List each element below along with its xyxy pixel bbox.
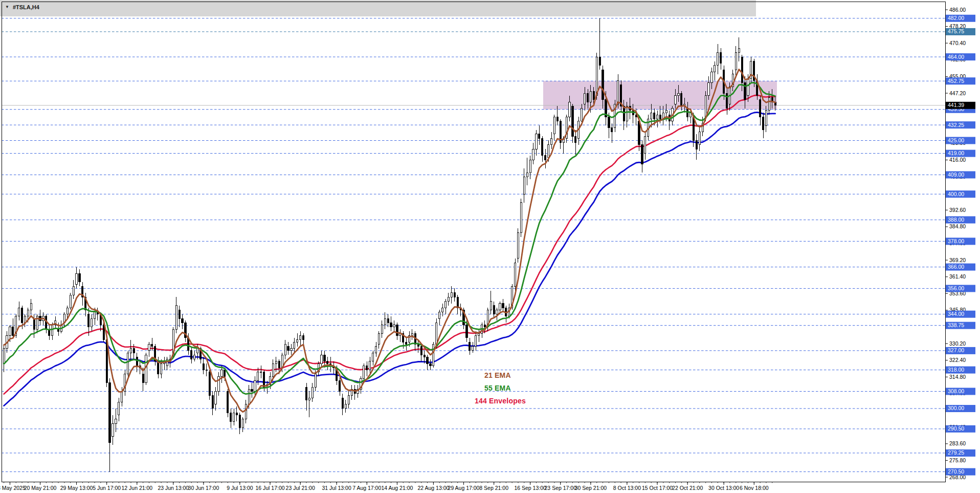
candle-body <box>308 398 310 400</box>
price-tick-label: 322.40 <box>949 357 966 363</box>
candle-body <box>221 370 222 377</box>
candle-body <box>575 136 576 143</box>
time-tick-label: 6 Nov 18:00 <box>740 485 769 491</box>
candle-body <box>236 413 237 415</box>
price-level-label: 308.00 <box>946 388 975 395</box>
price-level-label-text: 356.00 <box>948 285 964 291</box>
candle-body <box>151 344 153 346</box>
candle-body <box>548 145 549 158</box>
candle-body <box>711 72 712 82</box>
current-price-label-text: 441.39 <box>948 102 964 108</box>
candle-body <box>242 419 243 428</box>
time-tick-label: 29 May 13:00 <box>60 485 93 491</box>
candle-body <box>311 387 313 398</box>
legend-envelopes-label: 144 Envelopes <box>475 397 526 405</box>
chart-canvas[interactable]: 486.00478.20470.40462.60455.00447.20439.… <box>0 0 980 493</box>
candle-body <box>424 355 425 357</box>
candle-body <box>472 347 474 351</box>
price-level-label-text: 419.00 <box>948 150 964 156</box>
candle-body <box>493 306 495 314</box>
time-tick-label: 12 Jun 21:00 <box>121 485 152 491</box>
candle-body <box>768 98 770 111</box>
candle-body <box>327 361 328 363</box>
candle-body <box>339 381 340 392</box>
candle-body <box>454 293 455 297</box>
time-tick-label: 23 Jun 13:00 <box>158 485 189 491</box>
candle-body <box>708 82 709 95</box>
candle-body <box>278 361 280 368</box>
legend-ema55-label: 55 EMA <box>484 384 511 392</box>
candle-body <box>720 53 722 63</box>
candle-body <box>148 344 150 351</box>
price-level-label-text: 344.00 <box>948 311 964 317</box>
time-tick-label: 9 Jul 13:00 <box>227 485 253 491</box>
price-tick-label: 416.00 <box>949 157 966 163</box>
price-level-label-text: 464.00 <box>948 54 964 60</box>
price-level-label-text: 475.75 <box>948 28 964 34</box>
candle-body <box>175 306 177 329</box>
candle-body <box>623 106 625 121</box>
candle-body <box>209 372 210 396</box>
candle-body <box>608 117 610 127</box>
candle-body <box>294 342 295 349</box>
candle-body <box>390 323 392 327</box>
time-tick-label: 8 Sep 21:00 <box>479 485 508 491</box>
one-click-trading-toggle-icon[interactable]: ▼ <box>5 5 9 9</box>
price-level-lines <box>2 18 945 472</box>
candle-body <box>9 327 11 336</box>
candle-body <box>127 353 128 374</box>
candle-body <box>651 113 652 119</box>
price-level-label-text: 308.00 <box>948 388 964 394</box>
price-level-label: 475.75 <box>946 28 975 35</box>
price-level-label: 270.50 <box>946 468 975 476</box>
price-level-label: 419.00 <box>946 150 975 157</box>
candle-body <box>502 304 504 308</box>
price-axis[interactable]: 486.00478.20470.40462.60455.00447.20439.… <box>945 7 975 480</box>
time-tick-label: 8 Oct 13:00 <box>613 485 641 491</box>
candle-body <box>302 336 304 340</box>
candle-body <box>542 138 543 156</box>
candle-body <box>526 173 528 177</box>
price-level-label-text: 366.00 <box>948 264 964 270</box>
price-tick-label: 384.80 <box>949 223 966 229</box>
candle-body <box>587 93 588 102</box>
time-tick-label: 23 Jul 21:00 <box>286 485 315 491</box>
candle-body <box>765 111 767 125</box>
gray-highlight-bar[interactable] <box>0 0 756 16</box>
candle-body <box>484 325 485 327</box>
candle-body <box>206 370 207 371</box>
candle-body <box>121 391 123 402</box>
candle-body <box>617 80 619 104</box>
candle-body <box>490 302 492 310</box>
candle-body <box>91 318 93 327</box>
candle-body <box>590 91 591 102</box>
candle-body <box>21 308 23 323</box>
plot-border <box>2 2 945 482</box>
price-tick-label: 275.80 <box>949 457 966 463</box>
candle-body <box>523 177 525 195</box>
candle-body <box>284 344 286 355</box>
candle-body <box>699 132 700 145</box>
candle-body <box>553 117 555 134</box>
time-tick-label: 29 Aug 17:00 <box>448 485 480 491</box>
candle-body <box>602 70 604 100</box>
candle-body <box>572 106 573 136</box>
candle-body <box>218 376 219 391</box>
candle-body <box>248 389 250 404</box>
candle-body <box>556 117 558 121</box>
candle-body <box>179 310 180 318</box>
time-tick-label: 30 Oct 13:00 <box>708 485 739 491</box>
price-tick-label: 486.00 <box>949 7 966 13</box>
candle-body <box>130 349 131 353</box>
candle-body <box>345 404 346 409</box>
time-axis[interactable]: 13 May 202520 May 21:0029 May 13:005 Jun… <box>0 482 772 491</box>
candle-body <box>230 413 232 421</box>
price-level-label-text: 378.00 <box>948 238 964 244</box>
price-level-label: 400.00 <box>946 190 975 198</box>
candle-body <box>406 342 407 344</box>
price-level-label: 300.00 <box>946 405 975 412</box>
candle-body <box>584 93 585 104</box>
ema-55-line <box>4 82 775 394</box>
candle-body <box>88 314 90 327</box>
symbol-label: ▼ #TSLA,H4 <box>5 4 39 10</box>
